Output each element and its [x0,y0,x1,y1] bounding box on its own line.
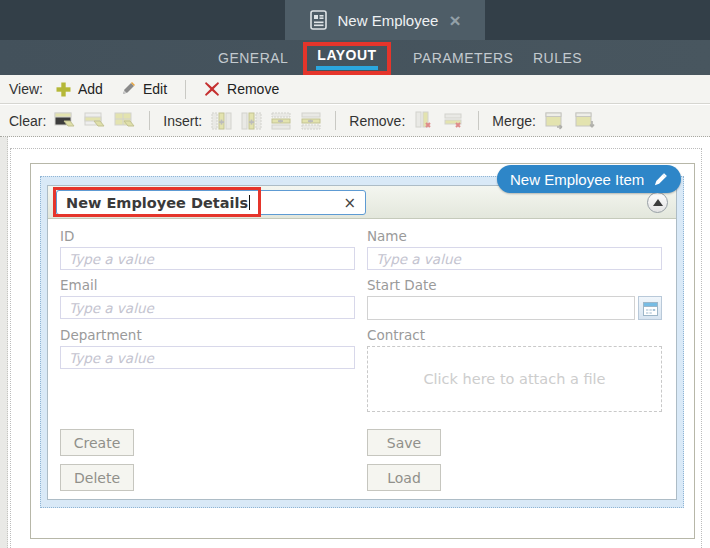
plus-icon [56,82,71,97]
view-toolbar-label: View: [9,81,43,97]
active-tab-underline [316,66,378,70]
item-badge[interactable]: New Employee Item [497,165,681,193]
clear-group-label: Clear: [9,113,46,129]
field-contract: Contract Click here to attach a file [367,327,662,412]
insert-row-below-icon[interactable] [300,111,322,131]
remove-group-label: Remove: [349,113,405,129]
field-department: Department [60,327,355,412]
clear-cell-icon[interactable] [54,111,76,131]
tab-layout-label: LAYOUT [317,47,376,63]
edit-button-label: Edit [143,81,167,97]
tab-title: New Employee [338,12,439,29]
editor-tab-new-employee[interactable]: New Employee × [285,0,485,40]
toolbar-divider [149,111,150,130]
calendar-icon [643,301,658,316]
field-start-date: Start Date [367,277,662,320]
insert-row-above-icon[interactable] [270,111,292,131]
delete-button[interactable]: Delete [60,464,134,491]
field-department-label: Department [60,327,355,343]
main-navbar: GENERAL LAYOUT PARAMETERS RULES [0,40,710,75]
panel-title-text: New Employee Details [66,195,248,211]
add-button-label: Add [78,81,103,97]
email-input[interactable] [60,296,355,319]
toolbar-divider [335,111,336,130]
clear-title-icon[interactable]: × [343,194,356,212]
clear-row-icon[interactable] [84,111,106,131]
item-badge-label: New Employee Item [510,171,644,188]
field-email: Email [60,277,355,320]
remove-column-icon[interactable] [413,111,435,131]
panel-title-input[interactable]: New Employee Details × [56,190,366,215]
view-toolbar: View: Add Edit Remove [0,75,710,104]
field-name-label: Name [367,228,662,244]
red-x-icon [204,81,220,97]
create-button[interactable]: Create [60,429,134,456]
new-employee-details-panel: New Employee Details × ID Name Email Sta… [47,185,677,500]
pencil-icon [120,81,136,97]
tab-general[interactable]: GENERAL [218,40,288,75]
merge-right-icon[interactable] [544,111,566,131]
tab-strip: New Employee × [0,0,710,40]
insert-group-label: Insert: [163,113,202,129]
department-input[interactable] [60,346,355,369]
field-id-label: ID [60,228,355,244]
start-date-input[interactable] [367,296,635,320]
calendar-button[interactable] [638,296,662,320]
attach-file-dropzone[interactable]: Click here to attach a file [367,346,662,412]
load-button[interactable]: Load [367,464,441,491]
remove-button[interactable]: Remove [200,81,283,97]
insert-column-left-icon[interactable] [210,111,232,131]
canvas-left-gutter [0,137,8,548]
right-button-column: Save Load [367,429,662,499]
table-toolbar: Clear: Insert: [0,105,710,137]
merge-down-icon[interactable] [574,111,596,131]
attach-file-text: Click here to attach a file [423,371,605,387]
collapse-panel-button[interactable] [647,192,668,213]
toolbar-divider [185,80,186,99]
save-button[interactable]: Save [367,429,441,456]
add-button[interactable]: Add [52,81,107,97]
insert-column-right-icon[interactable] [240,111,262,131]
field-contract-label: Contract [367,327,662,343]
edit-pencil-icon[interactable] [653,172,668,187]
tab-parameters[interactable]: PARAMETERS [413,40,513,75]
left-button-column: Create Delete [60,429,355,499]
chevron-up-icon [653,199,663,206]
remove-row-icon[interactable] [443,111,465,131]
id-input[interactable] [60,247,355,270]
merge-group-label: Merge: [492,113,536,129]
tab-rules[interactable]: RULES [533,40,582,75]
remove-button-label: Remove [227,81,279,97]
panel-body: ID Name Email Start Date [48,219,676,499]
toolbar-divider [478,111,479,130]
field-email-label: Email [60,277,355,293]
field-id: ID [60,228,355,270]
text-caret [249,195,250,210]
edit-button[interactable]: Edit [116,81,171,97]
clear-table-icon[interactable] [114,111,136,131]
field-name: Name [367,228,662,270]
close-tab-icon[interactable]: × [449,11,460,30]
tab-layout[interactable]: LAYOUT [303,42,391,75]
field-start-date-label: Start Date [367,277,662,293]
document-icon [310,10,327,30]
name-input[interactable] [367,247,662,270]
